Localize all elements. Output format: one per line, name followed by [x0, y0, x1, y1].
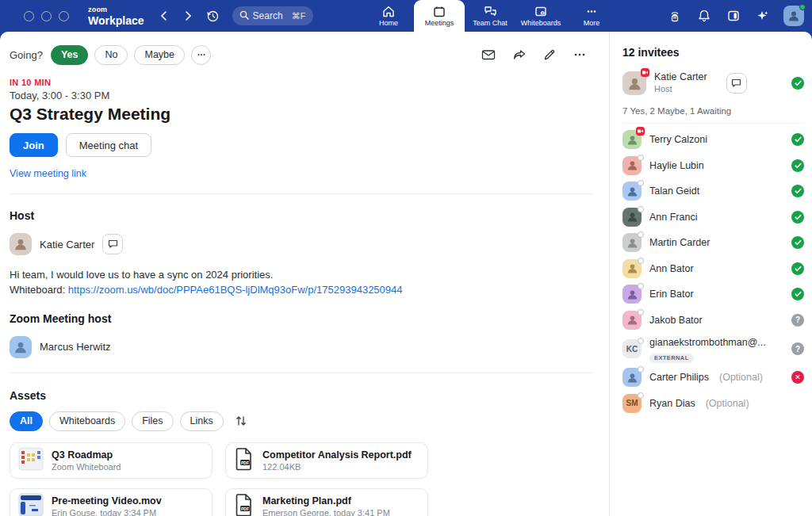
tab-more[interactable]: More [566, 0, 617, 32]
meeting-countdown: IN 10 MIN [10, 78, 593, 87]
search-input[interactable]: Search ⌘F [232, 6, 313, 25]
pdf-file-icon: PDF [234, 447, 255, 474]
invitee-host-row[interactable]: Katie Carter Host [622, 71, 804, 95]
view-meeting-link[interactable]: View meeting link [10, 168, 86, 179]
rsvp-status-declined-icon: ✕ [791, 371, 804, 384]
filter-files[interactable]: Files [132, 411, 173, 431]
tab-home[interactable]: Home [363, 0, 414, 32]
whiteboards-icon [534, 6, 547, 17]
forward-share-icon[interactable] [512, 48, 527, 61]
invitee-row[interactable]: KC gianaekstrombothman@... EXTERNAL ? [622, 333, 804, 365]
rsvp-status-maybe-icon: ? [791, 342, 804, 355]
meeting-title: Q3 Strategy Meeting [10, 105, 593, 124]
presence-offline-badge [638, 283, 644, 289]
asset-card-video[interactable]: Pre-meeting Video.mov Erin Gouse, today … [10, 488, 213, 516]
rsvp-no-button[interactable]: No [94, 45, 128, 65]
rsvp-status-yes-icon [791, 77, 804, 90]
tab-team-chat[interactable]: Team Chat [465, 0, 515, 32]
notifications-bell-icon[interactable] [695, 9, 713, 23]
invitee-avatar [622, 208, 642, 227]
tab-meetings[interactable]: Meetings [414, 0, 465, 32]
svg-text:PDF: PDF [241, 506, 249, 510]
chat-with-host-button[interactable] [102, 234, 123, 254]
asset-subtitle: Erin Gouse, today 3:34 PM [52, 508, 162, 516]
rsvp-status-yes-icon [791, 288, 804, 300]
meeting-chat-button[interactable]: Meeting chat [66, 133, 151, 157]
pdf-file-icon: PDF [234, 493, 255, 516]
rsvp-status-maybe-icon: ? [791, 314, 804, 327]
window-minimize-button[interactable] [41, 11, 52, 21]
back-icon[interactable] [159, 10, 170, 21]
window-controls [24, 11, 69, 21]
rsvp-status-yes-icon [791, 185, 804, 197]
connect-device-icon[interactable] [666, 9, 684, 23]
rsvp-maybe-button[interactable]: Maybe [134, 45, 185, 65]
history-icon[interactable] [206, 10, 220, 23]
titlebar: zoom Workplace Search ⌘F Home Meetings T… [0, 0, 812, 32]
content-area: Going? Yes No Maybe IN 10 MIN Today, 3:0… [0, 32, 812, 516]
join-button[interactable]: Join [10, 133, 58, 157]
asset-card-pdf[interactable]: PDF Competitor Analysis Report.pdf 122.0… [225, 442, 428, 479]
invitee-avatar: SM [622, 394, 642, 413]
invitee-row[interactable]: Ann Franci [622, 204, 804, 231]
whiteboard-thumbnail [18, 447, 44, 474]
ai-companion-icon[interactable] [754, 9, 772, 23]
edit-pencil-icon[interactable] [543, 48, 556, 61]
invitee-row[interactable]: Terry Calzoni [622, 127, 804, 153]
email-icon[interactable] [481, 48, 496, 61]
meeting-detail-panel: Going? Yes No Maybe IN 10 MIN Today, 3:0… [0, 32, 609, 516]
host-avatar [10, 233, 32, 255]
presence-dot [799, 4, 806, 10]
zoom-host-avatar [10, 336, 32, 358]
presence-offline-badge [638, 180, 644, 186]
tab-whiteboards[interactable]: Whiteboards [515, 0, 566, 32]
invitee-avatar [622, 182, 642, 201]
asset-card-whiteboard[interactable]: Q3 Roadmap Zoom Whiteboard [10, 442, 213, 479]
forward-icon[interactable] [182, 10, 193, 21]
calendar-icon [433, 6, 446, 17]
filter-links[interactable]: Links [180, 411, 224, 431]
video-thumbnail [18, 493, 44, 516]
main-tabs: Home Meetings Team Chat Whiteboards More [363, 0, 617, 32]
invitee-row[interactable]: Carter Philips (Optional) ✕ [622, 365, 804, 391]
window-close-button[interactable] [24, 11, 34, 21]
invitee-avatar [622, 311, 642, 330]
zoom-host-name: Marcus Herwitz [40, 341, 111, 353]
asset-subtitle: Emerson George, today 3:41 PM [262, 508, 390, 516]
presence-offline-badge [638, 366, 644, 373]
invitee-row[interactable]: Martin Carder [622, 230, 804, 256]
invitee-row[interactable]: Talan Geidt [622, 178, 804, 204]
asset-title: Competitor Analysis Report.pdf [262, 449, 412, 461]
asset-title: Marketing Plan.pdf [262, 495, 390, 506]
whiteboard-link[interactable]: https://zoom.us/wb/doc/PPPAe61BQS-ljDlMq… [68, 284, 403, 296]
invitee-row[interactable]: Haylie Lubin [622, 153, 804, 179]
invitee-avatar [622, 233, 642, 252]
side-panel-icon[interactable] [725, 9, 742, 23]
window-zoom-button[interactable] [59, 11, 69, 21]
filter-all[interactable]: All [10, 411, 43, 431]
video-on-badge [636, 127, 645, 136]
invitee-row[interactable]: Ann Bator [622, 256, 804, 282]
invitee-row[interactable]: Erin Bator [622, 281, 804, 308]
invitee-row[interactable]: SM Ryan Dias (Optional) [622, 391, 804, 417]
invitee-row[interactable]: Jakob Bator ? [622, 308, 804, 334]
asset-title: Pre-meeting Video.mov [52, 495, 162, 506]
rsvp-yes-button[interactable]: Yes [51, 45, 89, 65]
invitee-avatar: KC [622, 339, 642, 358]
rsvp-more-button[interactable] [191, 45, 211, 65]
more-actions-icon[interactable] [573, 48, 587, 61]
description-line: Hi team, I would love us to have a sync … [10, 268, 593, 283]
user-avatar[interactable] [783, 6, 804, 26]
presence-offline-badge [638, 338, 644, 344]
filter-whiteboards[interactable]: Whiteboards [49, 411, 125, 431]
asset-subtitle: Zoom Whiteboard [52, 462, 121, 472]
search-placeholder: Search [253, 10, 283, 21]
asset-card-pdf[interactable]: PDF Marketing Plan.pdf Emerson George, t… [225, 488, 428, 516]
presence-offline-badge [638, 206, 644, 212]
video-on-badge [641, 68, 649, 77]
chat-with-invitee-button[interactable] [726, 73, 747, 94]
sort-icon[interactable] [235, 415, 247, 427]
svg-text:PDF: PDF [241, 460, 249, 464]
rsvp-status-yes-icon [791, 159, 804, 172]
presence-offline-badge [638, 155, 644, 161]
